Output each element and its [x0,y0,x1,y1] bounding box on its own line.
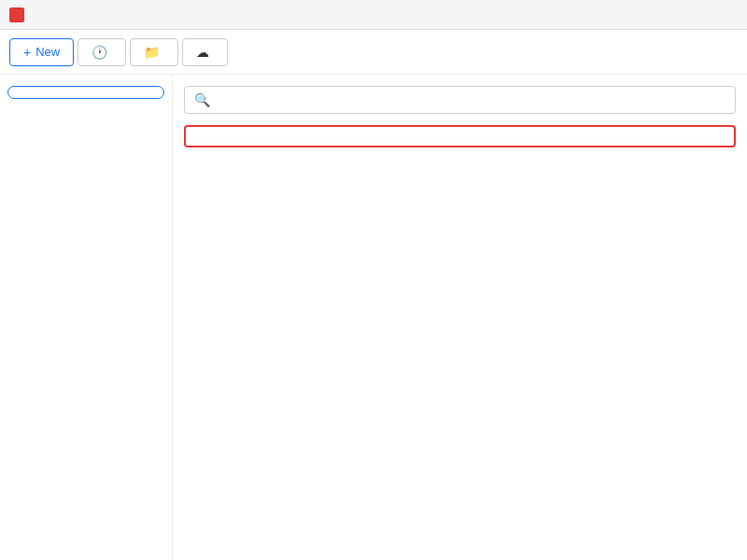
new-button[interactable]: + New [9,38,74,66]
blank-diagrams-button[interactable] [7,86,164,99]
app-icon [9,7,24,22]
toolbar: + New 🕐 📁 ☁ [0,30,747,75]
content-area: 🔍 [173,75,747,560]
my-templates-link[interactable] [0,101,172,110]
title-bar [0,0,747,30]
open-cloud-button[interactable]: ☁ [182,38,228,66]
open-button[interactable]: 📁 [130,38,178,66]
folder-icon: 📁 [144,45,160,60]
template-grid-wrapper [184,125,736,147]
new-label: New [35,45,60,59]
cloud-icon: ☁ [196,45,209,60]
search-input[interactable] [216,93,726,107]
search-bar: 🔍 [184,86,736,114]
recent-button[interactable]: 🕐 [78,38,126,66]
sidebar [0,75,173,560]
plus-icon: + [23,45,31,60]
search-icon: 🔍 [194,92,210,107]
use-cases-label [0,110,172,123]
main-layout: 🔍 [0,75,747,560]
clock-icon: 🕐 [92,45,107,60]
